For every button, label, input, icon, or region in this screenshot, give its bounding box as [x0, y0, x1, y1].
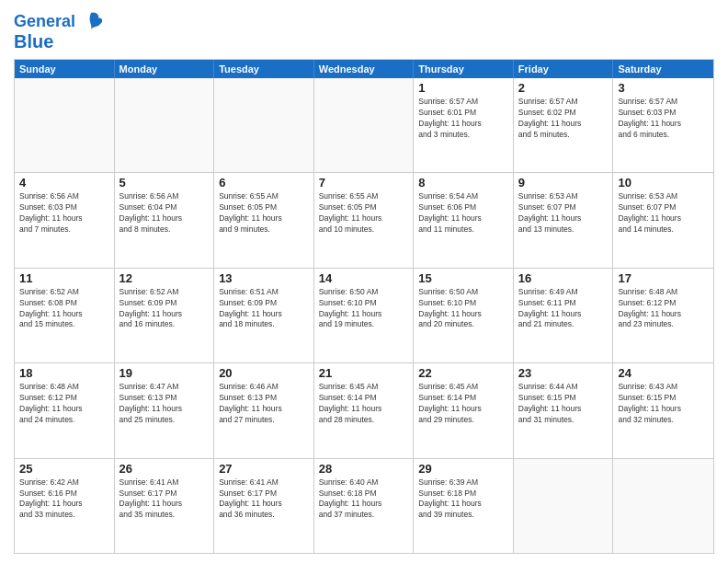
cell-info: Sunrise: 6:45 AM Sunset: 6:14 PM Dayligh…	[418, 382, 508, 426]
cell-day-number: 5	[119, 176, 210, 190]
cal-cell	[613, 459, 713, 553]
cell-day-number: 1	[418, 81, 508, 95]
cell-day-number: 15	[418, 271, 508, 285]
cal-cell	[115, 78, 215, 172]
cal-cell: 28Sunrise: 6:40 AM Sunset: 6:18 PM Dayli…	[314, 459, 415, 553]
cell-day-number: 27	[219, 462, 309, 476]
cell-day-number: 22	[418, 366, 508, 380]
cell-day-number: 21	[319, 366, 409, 380]
header: General Blue	[14, 9, 714, 52]
logo-bird-icon	[78, 9, 104, 35]
cell-day-number: 7	[319, 176, 409, 190]
cell-info: Sunrise: 6:42 AM Sunset: 6:16 PM Dayligh…	[19, 477, 109, 522]
cal-cell: 12Sunrise: 6:52 AM Sunset: 6:09 PM Dayli…	[115, 269, 215, 362]
cell-day-number: 25	[19, 462, 109, 476]
cal-cell: 24Sunrise: 6:43 AM Sunset: 6:15 PM Dayli…	[613, 363, 713, 457]
cal-cell: 25Sunrise: 6:42 AM Sunset: 6:16 PM Dayli…	[15, 459, 115, 553]
cal-cell: 10Sunrise: 6:53 AM Sunset: 6:07 PM Dayli…	[613, 173, 713, 267]
cell-info: Sunrise: 6:44 AM Sunset: 6:15 PM Dayligh…	[518, 382, 609, 426]
cal-cell: 5Sunrise: 6:56 AM Sunset: 6:04 PM Daylig…	[115, 173, 215, 267]
cell-info: Sunrise: 6:51 AM Sunset: 6:09 PM Dayligh…	[219, 287, 309, 331]
cell-info: Sunrise: 6:57 AM Sunset: 6:02 PM Dayligh…	[518, 97, 609, 141]
cell-day-number: 3	[618, 81, 709, 95]
cal-cell: 26Sunrise: 6:41 AM Sunset: 6:17 PM Dayli…	[115, 459, 215, 553]
cal-cell: 22Sunrise: 6:45 AM Sunset: 6:14 PM Dayli…	[414, 363, 514, 457]
cell-day-number: 19	[119, 366, 210, 380]
cal-cell: 8Sunrise: 6:54 AM Sunset: 6:06 PM Daylig…	[414, 173, 514, 267]
cell-info: Sunrise: 6:55 AM Sunset: 6:05 PM Dayligh…	[219, 191, 309, 236]
cell-info: Sunrise: 6:50 AM Sunset: 6:10 PM Dayligh…	[319, 287, 409, 331]
cell-day-number: 14	[319, 271, 409, 285]
cell-day-number: 29	[418, 462, 508, 476]
cal-cell: 3Sunrise: 6:57 AM Sunset: 6:03 PM Daylig…	[613, 78, 713, 172]
cal-header-monday: Monday	[115, 60, 215, 78]
cal-cell: 23Sunrise: 6:44 AM Sunset: 6:15 PM Dayli…	[514, 363, 614, 457]
cell-day-number: 4	[19, 176, 109, 190]
cal-cell	[314, 78, 415, 172]
calendar-body: 1Sunrise: 6:57 AM Sunset: 6:01 PM Daylig…	[15, 78, 713, 553]
cal-header-thursday: Thursday	[414, 60, 514, 78]
cell-day-number: 28	[319, 462, 409, 476]
cal-cell: 19Sunrise: 6:47 AM Sunset: 6:13 PM Dayli…	[115, 363, 215, 457]
cal-cell: 4Sunrise: 6:56 AM Sunset: 6:03 PM Daylig…	[15, 173, 115, 267]
cal-week-3: 11Sunrise: 6:52 AM Sunset: 6:08 PM Dayli…	[15, 269, 713, 363]
cal-cell: 1Sunrise: 6:57 AM Sunset: 6:01 PM Daylig…	[414, 78, 514, 172]
cal-cell	[514, 459, 614, 553]
cell-day-number: 17	[618, 271, 709, 285]
cell-day-number: 6	[219, 176, 309, 190]
cell-info: Sunrise: 6:48 AM Sunset: 6:12 PM Dayligh…	[618, 287, 709, 331]
cal-cell: 11Sunrise: 6:52 AM Sunset: 6:08 PM Dayli…	[15, 269, 115, 362]
logo: General Blue	[14, 9, 104, 52]
cell-day-number: 8	[418, 176, 508, 190]
page: General Blue SundayMondayTuesdayWednesda…	[0, 0, 728, 563]
cell-day-number: 2	[518, 81, 609, 95]
cal-cell: 27Sunrise: 6:41 AM Sunset: 6:17 PM Dayli…	[214, 459, 314, 553]
cal-header-wednesday: Wednesday	[314, 60, 415, 78]
cell-info: Sunrise: 6:46 AM Sunset: 6:13 PM Dayligh…	[219, 382, 309, 426]
cal-cell: 16Sunrise: 6:49 AM Sunset: 6:11 PM Dayli…	[514, 269, 614, 362]
cal-cell: 14Sunrise: 6:50 AM Sunset: 6:10 PM Dayli…	[314, 269, 415, 362]
cell-info: Sunrise: 6:56 AM Sunset: 6:03 PM Dayligh…	[19, 191, 109, 236]
cell-info: Sunrise: 6:48 AM Sunset: 6:12 PM Dayligh…	[19, 382, 109, 426]
calendar: SundayMondayTuesdayWednesdayThursdayFrid…	[14, 59, 714, 554]
cell-info: Sunrise: 6:56 AM Sunset: 6:04 PM Dayligh…	[119, 191, 210, 236]
cell-day-number: 23	[518, 366, 609, 380]
cal-cell: 9Sunrise: 6:53 AM Sunset: 6:07 PM Daylig…	[514, 173, 614, 267]
cell-info: Sunrise: 6:43 AM Sunset: 6:15 PM Dayligh…	[618, 382, 709, 426]
cal-cell: 21Sunrise: 6:45 AM Sunset: 6:14 PM Dayli…	[314, 363, 415, 457]
cell-info: Sunrise: 6:50 AM Sunset: 6:10 PM Dayligh…	[418, 287, 508, 331]
cal-week-2: 4Sunrise: 6:56 AM Sunset: 6:03 PM Daylig…	[15, 173, 713, 268]
cell-info: Sunrise: 6:41 AM Sunset: 6:17 PM Dayligh…	[219, 477, 309, 522]
cell-day-number: 9	[518, 176, 609, 190]
cell-info: Sunrise: 6:52 AM Sunset: 6:08 PM Dayligh…	[19, 287, 109, 331]
cell-info: Sunrise: 6:53 AM Sunset: 6:07 PM Dayligh…	[618, 191, 709, 236]
cal-cell: 20Sunrise: 6:46 AM Sunset: 6:13 PM Dayli…	[214, 363, 314, 457]
cell-day-number: 20	[219, 366, 309, 380]
cell-info: Sunrise: 6:49 AM Sunset: 6:11 PM Dayligh…	[518, 287, 609, 331]
cal-header-saturday: Saturday	[613, 60, 713, 78]
cell-day-number: 13	[219, 271, 309, 285]
cal-cell: 18Sunrise: 6:48 AM Sunset: 6:12 PM Dayli…	[15, 363, 115, 457]
cell-info: Sunrise: 6:39 AM Sunset: 6:18 PM Dayligh…	[418, 477, 508, 522]
cell-info: Sunrise: 6:57 AM Sunset: 6:01 PM Dayligh…	[418, 97, 508, 141]
cal-header-tuesday: Tuesday	[214, 60, 314, 78]
cal-cell: 13Sunrise: 6:51 AM Sunset: 6:09 PM Dayli…	[214, 269, 314, 362]
cal-week-4: 18Sunrise: 6:48 AM Sunset: 6:12 PM Dayli…	[15, 363, 713, 458]
cell-day-number: 18	[19, 366, 109, 380]
calendar-header: SundayMondayTuesdayWednesdayThursdayFrid…	[15, 60, 713, 78]
cal-week-1: 1Sunrise: 6:57 AM Sunset: 6:01 PM Daylig…	[15, 78, 713, 173]
cal-cell	[214, 78, 314, 172]
cal-cell: 2Sunrise: 6:57 AM Sunset: 6:02 PM Daylig…	[514, 78, 614, 172]
cell-info: Sunrise: 6:40 AM Sunset: 6:18 PM Dayligh…	[319, 477, 409, 522]
cal-header-friday: Friday	[514, 60, 614, 78]
cal-cell	[15, 78, 115, 172]
cal-header-sunday: Sunday	[15, 60, 115, 78]
cell-info: Sunrise: 6:57 AM Sunset: 6:03 PM Dayligh…	[618, 97, 709, 141]
cell-info: Sunrise: 6:53 AM Sunset: 6:07 PM Dayligh…	[518, 191, 609, 236]
cal-week-5: 25Sunrise: 6:42 AM Sunset: 6:16 PM Dayli…	[15, 459, 713, 553]
cell-day-number: 10	[618, 176, 709, 190]
cell-info: Sunrise: 6:54 AM Sunset: 6:06 PM Dayligh…	[418, 191, 508, 236]
cell-info: Sunrise: 6:52 AM Sunset: 6:09 PM Dayligh…	[119, 287, 210, 331]
logo-text-line2: Blue	[14, 31, 53, 52]
cal-cell: 15Sunrise: 6:50 AM Sunset: 6:10 PM Dayli…	[414, 269, 514, 362]
